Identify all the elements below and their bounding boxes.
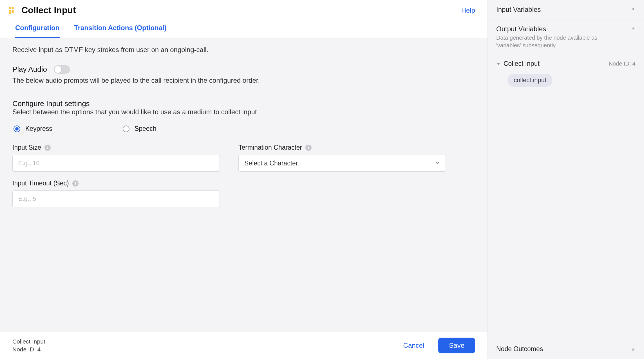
footer-node-id: Node ID: 4 [12,346,45,353]
input-variables-title: Input Variables [496,6,541,14]
variable-chip[interactable]: collect.input [507,74,553,87]
info-icon[interactable] [72,180,79,187]
node-outcomes-title: Node Outcomes [496,345,631,353]
help-link[interactable]: Help [461,6,475,14]
svg-point-5 [47,146,48,147]
termination-label: Termination Character [238,144,302,151]
radio-speech-label: Speech [135,125,156,133]
svg-rect-1 [12,7,14,9]
chevron-right-icon [631,6,636,11]
radio-keypress-label: Keypress [25,125,52,133]
svg-rect-6 [47,147,48,149]
input-settings-grid: Input Size Termination Character Select … [12,144,446,207]
chevron-down-icon [435,160,440,167]
svg-rect-4 [9,12,11,14]
tabs: Configuration Transition Actions (Option… [8,20,475,38]
play-audio-title: Play Audio [12,65,47,74]
play-audio-toggle[interactable] [54,65,70,74]
main-panel: Collect Input Help Configuration Transit… [0,0,488,359]
input-variables-section[interactable]: Input Variables [488,0,644,19]
content-area: Receive input as DTMF key strokes from u… [0,38,488,332]
section-divider [12,91,475,91]
collect-input-icon [8,6,16,14]
output-variables-body: Collect Input Node ID: 4 collect.input [488,55,644,339]
output-variables-title: Output Variables [496,25,620,33]
field-termination-character: Termination Character Select a Character [238,144,446,172]
termination-select[interactable]: Select a Character [238,155,446,172]
node-outcomes-section[interactable]: Node Outcomes [488,339,644,359]
footer-node-name: Collect Input [12,338,45,345]
radio-speech-indicator [123,125,129,132]
input-timeout-field[interactable] [12,190,220,207]
save-button[interactable]: Save [438,338,475,353]
radio-keypress[interactable]: Keypress [14,125,52,133]
cancel-button[interactable]: Cancel [401,338,427,353]
svg-rect-8 [308,147,309,149]
page-title: Collect Input [21,5,456,15]
svg-rect-0 [9,7,11,9]
output-node-name: Collect Input [504,60,540,68]
output-node-row[interactable]: Collect Input Node ID: 4 [496,60,636,68]
play-audio-sub: The below audio prompts will be played t… [12,77,475,84]
termination-select-value: Select a Character [244,160,435,167]
info-icon[interactable] [44,145,51,151]
configure-sub: Select between the options that you woul… [12,108,475,116]
tab-transition-actions[interactable]: Transition Actions (Optional) [73,20,167,38]
toggle-knob [55,66,61,73]
footer-node-info: Collect Input Node ID: 4 [12,338,45,353]
output-variables-section[interactable]: Output Variables Data generated by the n… [488,19,644,55]
svg-rect-2 [9,10,11,12]
field-input-timeout: Input Timeout (Sec) [12,180,220,207]
chevron-down-icon [496,62,501,66]
configure-title: Configure Input settings [12,99,475,108]
footer: Collect Input Node ID: 4 Cancel Save [0,332,488,359]
header: Collect Input Help Configuration Transit… [0,0,488,38]
svg-point-9 [75,182,76,183]
chevron-right-icon [631,346,636,352]
input-size-label: Input Size [12,144,41,151]
input-medium-radios: Keypress Speech [12,125,475,133]
field-input-size: Input Size [12,144,220,172]
input-size-field[interactable] [12,155,220,172]
svg-point-7 [308,146,309,147]
radio-keypress-indicator [14,125,20,132]
tab-configuration[interactable]: Configuration [15,20,60,38]
svg-rect-3 [12,10,14,13]
chevron-down-icon [631,25,636,31]
description-text: Receive input as DTMF key strokes from u… [12,46,475,54]
variables-sidebar: Input Variables Output Variables Data ge… [488,0,644,359]
output-node-id: Node ID: 4 [609,60,636,67]
input-timeout-label: Input Timeout (Sec) [12,180,69,187]
svg-rect-10 [75,183,76,185]
output-variables-sub: Data generated by the node available as … [496,34,620,49]
info-icon[interactable] [305,145,312,151]
radio-speech[interactable]: Speech [123,125,156,133]
